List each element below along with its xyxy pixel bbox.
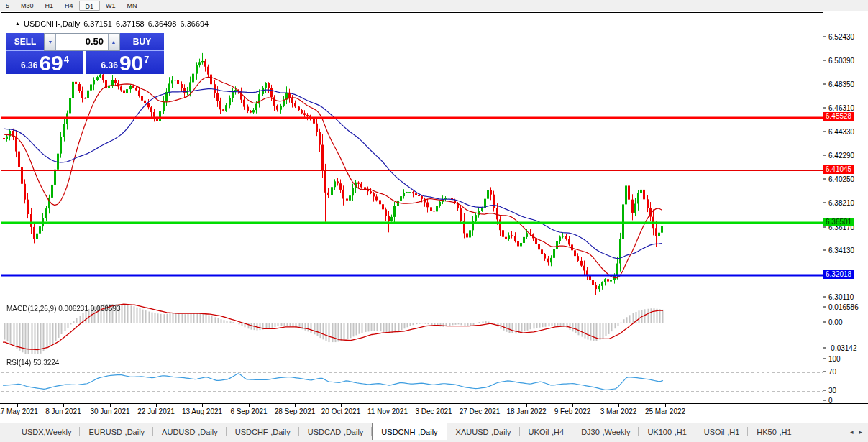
chart-tab[interactable]: USDCHF-,Daily: [227, 423, 299, 440]
sell-price-pip: 4: [64, 54, 69, 65]
tick-dash: [823, 359, 826, 359]
chart-tab-label: USDCAD-,Daily: [308, 428, 364, 436]
macd-axis-tick-label: 0.016586: [828, 303, 859, 311]
date-axis-label: 9 Feb 2022: [554, 408, 591, 415]
chart-tab[interactable]: XAUUSD-,Daily: [447, 423, 520, 440]
tick-dash: [823, 390, 826, 391]
date-axis-label: 3 Mar 2022: [600, 408, 637, 415]
price-axis-tick-label: 6.30110: [828, 293, 854, 301]
price-axis-tick: 6.30110: [823, 293, 854, 301]
price-axis-tick-label: 6.38210: [828, 199, 854, 207]
timeframe-button[interactable]: W1: [100, 1, 122, 11]
chart-tab[interactable]: HK50-,H1: [748, 423, 800, 440]
macd-axis-tick-label: -0.03142: [828, 344, 856, 352]
timeframe-label: D1: [86, 3, 94, 10]
date-axis-label: 11 Nov 2021: [367, 408, 408, 415]
timeframe-label: 5: [6, 2, 9, 9]
one-click-trading-panel: SELL ▼ 0.50 ▲ BUY 6.36 69 4 6.36 90 7: [6, 33, 164, 74]
price-level-badge-label: 6.32018: [826, 270, 851, 278]
rsi-pane-canvas[interactable]: [1, 356, 823, 404]
chart-tab-label: UKOil-,H4: [529, 428, 565, 436]
chart-tab-label: USDX,Weekly: [22, 428, 71, 436]
date-axis-label: 25 Mar 2022: [645, 408, 685, 415]
timeframe-toolbar: 5 M30 H1 H4 D1 W1 MN: [0, 0, 868, 11]
timeframe-label: MN: [127, 2, 137, 9]
rsi-axis-tick: 30: [823, 387, 836, 395]
volume-decrease-button[interactable]: ▼: [45, 34, 56, 50]
buy-price-button[interactable]: 6.36 90 7: [86, 51, 164, 74]
date-axis-label: 8 Jun 2021: [45, 408, 81, 415]
sell-button[interactable]: SELL: [6, 33, 44, 51]
sell-price-button[interactable]: 6.36 69 4: [6, 51, 83, 74]
ohlc-close: 6.36694: [180, 19, 209, 28]
tab-scroll-controls: ◂ ▸: [850, 423, 868, 440]
date-axis-label: 22 Jul 2021: [137, 408, 175, 415]
tick-dash: [823, 132, 826, 132]
sell-price-main: 69: [39, 53, 63, 73]
tick-dash: [823, 322, 826, 323]
date-axis[interactable]: 17 May 2021 8 Jun 2021 30 Jun 2021 22 Ju…: [0, 403, 868, 423]
date-axis-tick: [295, 404, 296, 407]
chart-tab[interactable]: DJ30-,Weekly: [572, 423, 639, 440]
rsi-axis-tick-label: 70: [828, 368, 836, 376]
tick-dash: [823, 307, 826, 308]
sell-button-label: SELL: [14, 37, 37, 47]
macd-axis-tick: -0.03142: [823, 344, 856, 352]
price-axis-tick: 6.50390: [823, 57, 854, 65]
date-axis-tick: [156, 404, 157, 407]
timeframe-button[interactable]: MN: [122, 1, 143, 11]
tick-dash: [823, 203, 826, 203]
tab-scroll-left-icon[interactable]: ◂: [850, 428, 854, 436]
timeframe-button[interactable]: 5: [0, 1, 15, 11]
timeframe-label: H1: [45, 2, 54, 9]
price-axis[interactable]: 6.52430 6.50390 6.48350 6.46310 6.44330 …: [823, 12, 868, 403]
buy-price-pip: 7: [144, 54, 149, 65]
chart-tab-bar: USDX,Weekly EURUSD-,Daily AUDUSD-,Daily …: [0, 423, 868, 440]
timeframe-button[interactable]: H4: [59, 1, 79, 11]
date-axis-tick: [480, 404, 480, 407]
chart-tab[interactable]: USDCAD-,Daily: [299, 423, 373, 440]
collapse-triangle-icon[interactable]: ▲: [15, 21, 20, 26]
tab-scroll-right-icon[interactable]: ▸: [859, 428, 862, 436]
timeframe-button[interactable]: D1: [79, 1, 101, 11]
tick-dash: [823, 348, 826, 349]
timeframe-label: W1: [106, 2, 116, 9]
chart-tab-label: XAUUSD-,Daily: [456, 428, 511, 436]
macd-pane-canvas[interactable]: [1, 303, 823, 355]
spin-up-icon: ▲: [111, 40, 117, 45]
volume-input[interactable]: 0.50: [56, 34, 108, 50]
timeframe-button[interactable]: H1: [40, 1, 60, 11]
buy-price-main: 90: [119, 53, 143, 73]
chart-tab[interactable]: EURUSD-,Daily: [80, 423, 153, 440]
buy-button[interactable]: BUY: [120, 33, 164, 51]
date-axis-label: 13 Aug 2021: [182, 408, 222, 415]
date-axis-label: 30 Jun 2021: [90, 408, 129, 415]
price-axis-tick-label: 6.50390: [828, 57, 854, 65]
rsi-indicator-label: RSI(14) 53.3224: [6, 359, 59, 367]
chart-tab[interactable]: USOil-,H1: [695, 423, 749, 440]
price-axis-tick-label: 6.42290: [828, 152, 854, 160]
rsi-axis-tick: 70: [823, 368, 836, 376]
timeframe-button[interactable]: M30: [15, 1, 40, 11]
chart-symbol-title: USDCNH-,Daily: [24, 19, 80, 28]
date-axis-tick: [63, 404, 64, 407]
chart-tab[interactable]: USDX,Weekly: [13, 423, 80, 440]
rsi-axis-tick-label: 30: [828, 387, 836, 395]
price-axis-tick-label: 6.34130: [828, 247, 854, 254]
chart-tab-label: EURUSD-,Daily: [88, 428, 145, 436]
volume-increase-button[interactable]: ▲: [108, 34, 119, 50]
date-axis-label: 20 Oct 2021: [321, 408, 360, 415]
rsi-axis-tick: 100: [823, 355, 841, 363]
timeframe-label: M30: [21, 2, 34, 9]
chart-tab[interactable]: UK100-,H1: [639, 423, 695, 440]
chart-tab[interactable]: AUDUSD-,Daily: [153, 423, 227, 440]
macd-axis-tick-label: 0.00: [828, 318, 842, 326]
macd-indicator-label: MACD(12,26,9) 0.006231 0.008593: [6, 305, 120, 313]
tick-dash: [823, 84, 826, 85]
date-axis-tick: [572, 404, 573, 407]
tick-dash: [823, 60, 826, 61]
chart-tab[interactable]: USDCNH-,Daily: [372, 423, 447, 440]
date-axis-tick: [341, 404, 342, 407]
price-level-badge-label: 6.36501: [826, 218, 851, 226]
chart-tab[interactable]: UKOil-,H4: [520, 423, 573, 440]
